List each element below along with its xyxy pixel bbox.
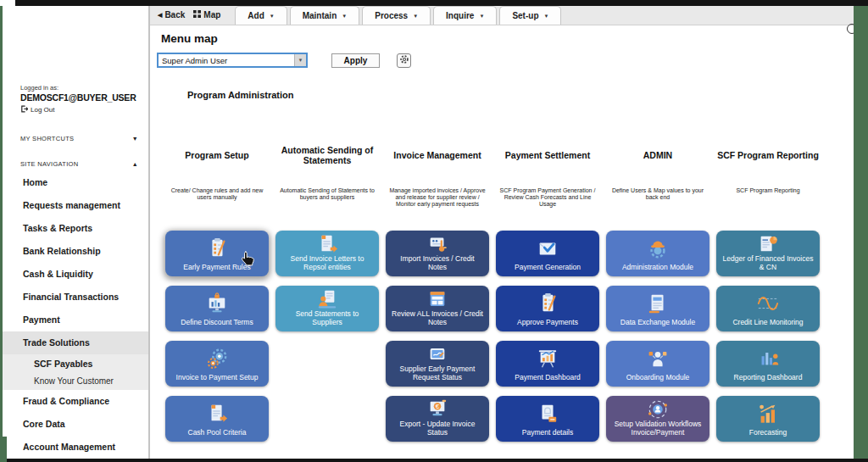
card-hand-icon (391, 233, 484, 255)
menu-tab-set-up[interactable]: Set-up▼ (499, 6, 561, 25)
tile-review-all-invoices-credit-notes[interactable]: Review ALL Invoices / Credit Notes (386, 286, 489, 331)
select-arrow-icon: ▼ (294, 54, 306, 66)
logout-label: Log Out (31, 106, 54, 114)
window-top-bar (15, 0, 868, 6)
app-window: Logged in as: DEMOSCF1@BUYER_USER Log Ou… (0, 0, 868, 462)
tile-label: Reporting Dashboard (734, 374, 803, 382)
barchart-person-icon (721, 344, 815, 374)
tile-label: Early Payment Rules (183, 264, 250, 272)
column-description: SCF Program Payment Generation / Review … (496, 187, 599, 208)
sidebar-item-account-management[interactable]: Account Management (3, 436, 148, 459)
tile-setup-validation-workflows-invoice-payment[interactable]: Setup Validation Workflows Invoice/Payme… (606, 396, 709, 442)
tile-early-payment-rules[interactable]: Early Payment Rules (165, 231, 269, 276)
sidebar-item-trade-solutions[interactable]: Trade Solutions (3, 331, 148, 354)
tile-import-invoices-credit-notes[interactable]: Import Invoices / Credit Notes (386, 231, 489, 276)
person-document-icon (281, 288, 374, 310)
sidebar-nav-list: HomeRequests managementTasks & ReportsBa… (3, 171, 148, 459)
column-title: Payment Settlement (496, 128, 599, 182)
settings-button[interactable] (397, 53, 411, 68)
menu-tab-process[interactable]: Process▼ (362, 6, 431, 25)
tile-administration-module[interactable]: Administration Module (606, 231, 709, 276)
sidebar-item-know-your-customer[interactable]: Know Your Customer (3, 373, 148, 390)
logged-in-label: Logged in as: (20, 84, 136, 92)
monitor-euro-icon: € (391, 398, 484, 420)
tile-onboarding-module[interactable]: Onboarding Module (606, 341, 709, 387)
column-description: SCF Program Reporting (716, 187, 820, 194)
tile-label: Setup Validation Workflows Invoice/Payme… (611, 420, 704, 437)
document-arrow-icon (281, 233, 374, 255)
clipboard-pencil-icon (170, 234, 264, 264)
tile-label: Send Statements to Suppliers (281, 310, 374, 326)
page-title: Menu map (161, 32, 854, 45)
logout-link[interactable]: Log Out (20, 105, 136, 114)
column-description: Define Users & Map values to your back e… (606, 187, 709, 201)
chevron-down-icon: ▼ (132, 136, 138, 142)
grid-map-icon (193, 10, 201, 19)
tile-send-statements-to-suppliers[interactable]: Send Statements to Suppliers (275, 286, 379, 331)
tile-payment-dashboard[interactable]: Payment Dashboard (496, 341, 599, 387)
sidebar-item-payment[interactable]: Payment (3, 309, 148, 331)
menu-tab-inquire[interactable]: Inquire▼ (433, 6, 497, 25)
tile-label: Import Invoices / Credit Notes (391, 255, 484, 271)
tile-reporting-dashboard[interactable]: Reporting Dashboard (716, 341, 820, 387)
tile-invoice-to-payment-setup[interactable]: Invoice to Payment Setup (165, 341, 269, 387)
apply-button[interactable]: Apply (331, 53, 380, 68)
certificate-icon (501, 399, 594, 429)
tile-grid: Early Payment RulesDefine Discount Terms… (165, 231, 820, 442)
barchart-up-icon (721, 399, 815, 429)
back-arrow-icon: ◀ (158, 12, 162, 18)
wave-icon (721, 289, 815, 319)
role-select-value: Super Admin User (159, 54, 294, 66)
tile-label: Administration Module (622, 264, 693, 272)
chevron-down-icon: ▼ (544, 14, 549, 19)
tile-export-update-invoice-status[interactable]: €Export - Update Invoice Status (386, 396, 489, 442)
sidebar-item-cash-liquidity[interactable]: Cash & Liquidity (3, 263, 148, 286)
column-description: Automatic Sending of Statements to buyer… (275, 187, 379, 201)
tile-forecasting[interactable]: Forecasting (716, 396, 820, 442)
tile-send-invoice-letters-to-repsol-entities[interactable]: Send Invoice Letters to Repsol entities (275, 231, 379, 276)
tile-payment-details[interactable]: Payment details (496, 396, 599, 442)
clipboard-pencil-icon (501, 289, 594, 319)
sidebar-item-financial-transactions[interactable]: Financial Transactions (3, 286, 148, 309)
tile-label: Payment Generation (515, 264, 581, 272)
sidebar-item-fraud-compliance[interactable]: Fraud & Compliance (3, 390, 148, 413)
tile-supplier-early-payment-request-status[interactable]: Supplier Early Payment Request Status (386, 341, 489, 387)
tile-ledger-of-financed-invoices-cn[interactable]: Ledger of Financed Invoices & CN (716, 231, 820, 276)
sidebar-divider (148, 6, 150, 459)
chevron-down-icon: ▼ (270, 14, 275, 19)
my-shortcuts-toggle[interactable]: MY SHORTCUTS ▼ (20, 135, 138, 142)
tile-approve-payments[interactable]: Approve Payments (496, 286, 599, 331)
back-label: Back (164, 10, 185, 19)
menu-tab-maintain[interactable]: Maintain▼ (290, 6, 360, 25)
tile-cash-pool-criteria[interactable]: Cash Pool Criteria (165, 396, 269, 442)
sidebar-item-bank-relationship[interactable]: Bank Relationship (3, 240, 148, 263)
back-button[interactable]: ◀ Back (153, 5, 189, 25)
tile-payment-generation[interactable]: Payment Generation (496, 231, 599, 276)
menu-tab-add[interactable]: Add▼ (235, 6, 287, 25)
tile-label: Forecasting (749, 429, 787, 437)
chevron-down-icon: ▼ (479, 14, 484, 19)
envelope-check-icon (501, 234, 594, 264)
person-thumbs-icon (611, 344, 704, 374)
role-select[interactable]: Super Admin User ▼ (157, 53, 308, 68)
tile-label: Credit Line Monitoring (732, 319, 803, 327)
tile-define-discount-terms[interactable]: Define Discount Terms (165, 286, 269, 331)
chevron-up-icon: ▲ (132, 161, 138, 167)
sidebar-item-home[interactable]: Home (3, 171, 148, 194)
document-lines-icon (611, 289, 704, 319)
site-navigation-toggle[interactable]: SITE NAVIGATION ▲ (20, 160, 138, 168)
sidebar-item-scf-payables[interactable]: SCF Payables (3, 354, 148, 373)
sidebar-item-requests-management[interactable]: Requests management (3, 194, 148, 217)
column-header-program-setup: Program SetupCreate/ Change rules and ad… (165, 128, 269, 208)
tile-label: Send Invoice Letters to Repsol entities (281, 255, 374, 271)
column-title: SCF Program Reporting (716, 128, 820, 182)
svg-text:€: € (436, 403, 440, 410)
right-edge-strip (854, 6, 868, 459)
sidebar-item-core-data[interactable]: Core Data (3, 413, 148, 436)
sidebar-item-tasks-reports[interactable]: Tasks & Reports (3, 217, 148, 240)
map-button[interactable]: Map (189, 5, 225, 25)
menu-tab-label: Set-up (512, 11, 538, 20)
tile-credit-line-monitoring[interactable]: Credit Line Monitoring (716, 286, 820, 331)
gear-hardhat-icon (611, 234, 704, 264)
tile-data-exchange-module[interactable]: Data Exchange Module (606, 286, 709, 331)
